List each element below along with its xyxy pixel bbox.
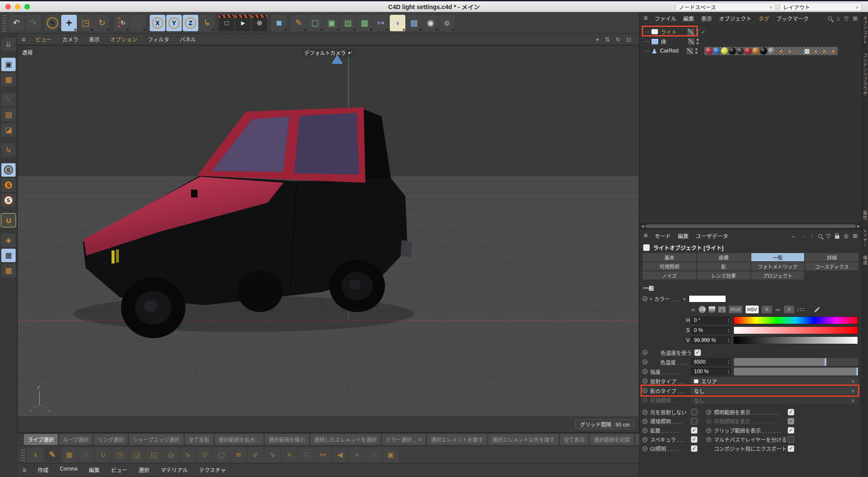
hex-mode-button[interactable]: # <box>784 306 794 313</box>
object-manager-menu-icon[interactable]: ≡ <box>644 14 648 22</box>
object-row-light[interactable]: ライト ✓ <box>640 27 861 36</box>
selection-command-button[interactable]: 選択範囲を縮小⊛ <box>265 434 309 445</box>
modeling-tool-icon[interactable]: ◀ <box>332 447 348 462</box>
keyframe-radio[interactable] <box>706 410 711 415</box>
bottom-menu-item[interactable]: 作成 <box>38 466 49 474</box>
coordinate-system-button[interactable]: ↳ <box>199 15 215 31</box>
chevron-down-icon[interactable]: ∨ <box>683 296 686 301</box>
modeling-tool-icon[interactable]: ∧ <box>27 447 43 462</box>
attribute-tab[interactable]: プロジェクト <box>751 271 805 280</box>
psr-last-tool[interactable]: PSR↻ <box>114 15 129 31</box>
value-input[interactable]: 99.999 %∧∨ <box>691 336 731 344</box>
attribute-tab[interactable]: レンズ効果 <box>697 271 750 280</box>
rgb-mode-button[interactable]: RGB <box>729 306 743 313</box>
modeling-tool-icon[interactable]: ◳ <box>112 447 128 462</box>
modeling-tool-icon[interactable]: ∴ <box>366 447 382 462</box>
attribute-tab[interactable]: フォトメトリック <box>751 262 805 270</box>
shadow-type-select[interactable]: なし∨ <box>690 387 858 395</box>
selection-command-button[interactable]: 選択範囲を記録⊛ <box>590 434 634 445</box>
magnet-tool-icon[interactable]: ∪ <box>1 214 16 227</box>
subdivision-surface-button[interactable]: ▢ <box>307 15 323 31</box>
collapse-icon[interactable]: ∨ <box>649 296 652 301</box>
attribute-menu-item[interactable]: 編集 <box>678 232 689 240</box>
toolbar-grip[interactable] <box>2 14 6 32</box>
undo-button[interactable]: ↶ <box>9 15 24 31</box>
edge-mode-icon[interactable]: ▤ <box>1 108 16 122</box>
live-selection-tool[interactable]: ↖ <box>45 15 60 31</box>
bottom-menu-item[interactable]: テクスチャ <box>199 466 226 474</box>
light-object-button[interactable]: ○ <box>439 15 455 31</box>
z-axis-lock-button[interactable]: Z <box>183 15 198 31</box>
intensity-slider[interactable] <box>734 368 858 375</box>
lock-icon[interactable] <box>835 235 839 239</box>
make-editable-icon[interactable]: ⇊ <box>1 38 16 51</box>
hue-slider[interactable] <box>733 316 858 324</box>
polygon-mode-icon[interactable]: ◪ <box>1 123 16 137</box>
render-settings-button[interactable]: ⊛ <box>252 15 267 31</box>
object-tag-icon[interactable]: ▲ <box>829 47 837 55</box>
selection-command-button[interactable]: シャープエッジ選択⊛ <box>129 434 183 445</box>
enable-snap-icon[interactable]: S <box>1 163 16 177</box>
viewport-menu-item[interactable]: フィルタ <box>148 35 169 43</box>
attribute-tab[interactable]: 基本 <box>643 253 696 261</box>
attribute-tab[interactable]: 詳細 <box>805 253 858 261</box>
option-checkbox[interactable] <box>691 427 697 434</box>
bottom-menu-item[interactable]: Corona <box>60 466 78 474</box>
orbit-view-icon[interactable]: ↻ <box>616 36 621 43</box>
dock-tab[interactable]: コンテンツブラウザ <box>861 49 868 100</box>
modeling-tool-icon[interactable]: ◶ <box>163 447 179 462</box>
modeling-tool-icon[interactable]: ∕ <box>78 447 94 462</box>
attribute-tab[interactable]: ノイズ <box>643 271 696 280</box>
modeling-tool-icon[interactable]: ∷ <box>298 447 314 462</box>
selection-command-button[interactable]: 選択エレメントを隠す⊛ <box>427 434 487 445</box>
attribute-tab[interactable]: 可視照明 <box>643 262 696 270</box>
object-manager-menu-item[interactable]: タグ <box>758 14 769 23</box>
deformer-button[interactable]: ◖ <box>390 15 405 31</box>
option-checkbox[interactable] <box>691 409 697 415</box>
object-manager-scrollbar[interactable]: ◀ ▶ <box>640 223 861 229</box>
render-to-picture-viewer-button[interactable]: ▶ <box>235 15 251 31</box>
color-spectrum-icon[interactable] <box>709 306 715 313</box>
stepper-icons[interactable]: ∧∨ <box>727 318 730 322</box>
home-icon[interactable]: ⌂ <box>836 15 840 22</box>
slider-handle[interactable] <box>825 358 826 366</box>
forward-icon[interactable]: → <box>801 233 806 239</box>
material-swatch[interactable] <box>713 47 720 55</box>
layer-toggle-icon[interactable] <box>687 29 694 35</box>
modeling-tool-icon[interactable]: ↦ <box>315 447 331 462</box>
mixer-mode-icon[interactable]: ≔ <box>775 306 781 313</box>
saturation-slider[interactable] <box>733 326 858 334</box>
option-checkbox[interactable] <box>691 418 697 424</box>
texture-mode-icon[interactable]: ▩ <box>1 73 16 86</box>
color-wheel-icon[interactable] <box>699 306 706 313</box>
render-view-button[interactable]: □ <box>219 15 234 31</box>
material-swatch[interactable] <box>752 47 760 55</box>
object-tag-icon[interactable]: ▩ <box>803 47 811 55</box>
keyframe-radio[interactable] <box>706 419 711 424</box>
option-checkbox[interactable] <box>691 445 697 452</box>
keyframe-radio[interactable] <box>642 359 648 365</box>
viewport-menu-item[interactable]: 表示 <box>89 35 100 43</box>
object-tag-icon[interactable]: ▲ <box>812 47 819 55</box>
bottom-menu-item[interactable]: 編集 <box>89 466 100 474</box>
color-swatch[interactable] <box>689 295 726 303</box>
selection-command-button[interactable]: ミラー選択...⊛ <box>382 434 426 445</box>
layer-toggle-icon[interactable] <box>687 48 693 54</box>
compact-ui-icon[interactable]: ≍ <box>691 306 696 313</box>
swatches-mode-icon[interactable]: ∷∷ <box>797 306 805 313</box>
object-row-floor[interactable]: 床 <box>640 36 861 46</box>
temperature-slider[interactable] <box>734 358 858 366</box>
object-manager-menu-item[interactable]: ブックマーク <box>776 14 809 23</box>
dock-tab[interactable]: 属性 <box>861 207 868 224</box>
modeling-tool-icon[interactable]: ⇘ <box>264 447 280 462</box>
selection-command-button[interactable]: ループ選択⊛ <box>59 434 92 445</box>
object-manager-menu-item[interactable]: オブジェクト <box>719 14 751 23</box>
viewport-menu-item[interactable]: カメラ <box>62 35 79 43</box>
align-workplane-icon[interactable]: ▦ <box>1 264 16 277</box>
modeling-tool-icon[interactable]: ✎ <box>44 447 60 462</box>
viewport-menu-item[interactable]: オプション <box>110 35 138 43</box>
material-swatch[interactable] <box>705 47 713 55</box>
kelvin-mode-button[interactable]: K <box>762 306 772 313</box>
attribute-tab[interactable]: 一般 <box>751 253 805 261</box>
temperature-input[interactable]: 6500∧∨ <box>691 358 731 366</box>
